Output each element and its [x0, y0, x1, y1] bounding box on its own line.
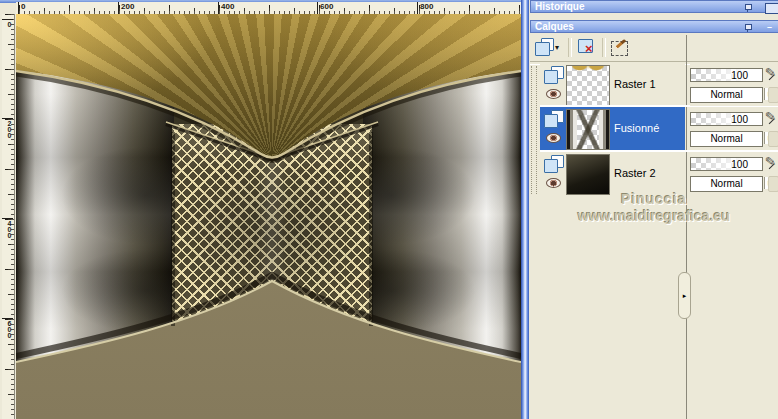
layer-name: Raster 2: [614, 167, 656, 179]
layer-visibility-eye-icon[interactable]: [546, 89, 561, 99]
pin-stem: [747, 9, 748, 12]
watermark-line2: www.maidiregrafica.eu: [530, 208, 778, 224]
opacity-slider[interactable]: 100: [690, 112, 763, 126]
history-panel-titlebar[interactable]: Historique: [530, 0, 778, 13]
layer-props-raster2: 100 ✎ Normal ▶: [690, 152, 778, 195]
panel-collapse-handle[interactable]: ▸: [678, 272, 691, 319]
layer-props-raster1: 100 ✎ Normal ▶: [690, 63, 778, 106]
ruler-label: 200: [2, 118, 13, 138]
layer-props-fusionne: 100 ✎ Normal ▶: [690, 107, 778, 150]
ruler-label: 0: [18, 2, 25, 14]
thumbnail-art: [567, 110, 609, 149]
thumbnail-art: [567, 66, 609, 105]
pen-icon[interactable]: ✎: [764, 153, 777, 169]
layer-name: Raster 1: [614, 78, 656, 90]
pen-icon[interactable]: ✎: [764, 108, 777, 124]
layer-thumbnail[interactable]: [566, 154, 610, 195]
new-layer-icon: [535, 42, 550, 56]
ruler-label: 600: [317, 2, 333, 14]
ruler-label: 800: [417, 2, 433, 14]
layer-type-icon: [544, 155, 564, 172]
layer-visibility-eye-icon[interactable]: [546, 178, 561, 188]
layer-page-front: [544, 70, 558, 84]
ruler-corner: [0, 3, 16, 14]
ruler-label: 200: [118, 2, 134, 14]
new-layer-button[interactable]: ▾: [534, 37, 564, 58]
layer-row-fusionne[interactable]: Fusionné: [540, 107, 685, 150]
link-ghost-icon: [768, 87, 778, 103]
pen-icon[interactable]: ✎: [764, 64, 777, 80]
thumbnail-art: [567, 155, 609, 194]
canvas-window-border: [521, 0, 529, 419]
history-panel-title: Historique: [535, 1, 584, 13]
ruler-label: 400: [2, 218, 13, 238]
opacity-slider[interactable]: 100: [690, 157, 763, 171]
panel-menu-icon[interactable]: [765, 3, 778, 14]
layer-row-raster2[interactable]: Raster 2: [540, 152, 685, 195]
watermark: Pinuccia www.maidiregrafica.eu: [530, 191, 778, 224]
blend-mode-select[interactable]: Normal: [690, 176, 763, 192]
blend-mode-select[interactable]: Normal: [690, 131, 763, 147]
link-ghost-icon: [768, 176, 778, 192]
layer-type-icon: [544, 66, 564, 83]
opacity-slider[interactable]: 100: [690, 68, 763, 82]
canvas-ridge-lines: [16, 14, 521, 419]
image-canvas[interactable]: [16, 14, 521, 419]
panel-grabber[interactable]: [531, 66, 537, 194]
layers-toolbar: ▾ ×: [530, 35, 778, 61]
chevron-down-icon[interactable]: ▾: [555, 43, 559, 52]
delete-layer-button[interactable]: ×: [576, 37, 600, 58]
layers-panel-title: Calques: [535, 21, 574, 33]
edit-selection-button[interactable]: [610, 37, 636, 58]
minimize-icon[interactable]: –: [767, 22, 772, 33]
pin-stem: [747, 29, 748, 32]
toolbar-separator: [568, 38, 572, 57]
toolbar-separator: [602, 38, 606, 57]
panel-column-divider[interactable]: [686, 63, 687, 419]
panel-column-divider: [686, 35, 687, 63]
layer-thumbnail[interactable]: [566, 109, 610, 150]
pin-icon[interactable]: [744, 3, 752, 12]
layer-visibility-eye-icon[interactable]: [546, 133, 561, 143]
blend-mode-select[interactable]: Normal: [690, 87, 763, 103]
layer-row-raster1[interactable]: Raster 1: [540, 63, 685, 106]
link-ghost-icon: [768, 131, 778, 147]
pin-icon[interactable]: [744, 23, 752, 32]
delete-x-icon: ×: [585, 43, 593, 55]
layer-page-front: [544, 159, 558, 173]
layer-thumbnail[interactable]: [566, 65, 610, 106]
ruler-label: 400: [218, 2, 234, 14]
layer-page-front: [544, 114, 558, 128]
vertical-ruler[interactable]: 0 200 400 600: [2, 14, 15, 419]
layer-type-icon: [544, 110, 564, 127]
layer-name: Fusionné: [614, 122, 659, 134]
ruler-label: 600: [2, 318, 13, 338]
ruler-label: 0: [2, 19, 13, 27]
layers-panel-titlebar[interactable]: Calques –: [530, 20, 778, 33]
